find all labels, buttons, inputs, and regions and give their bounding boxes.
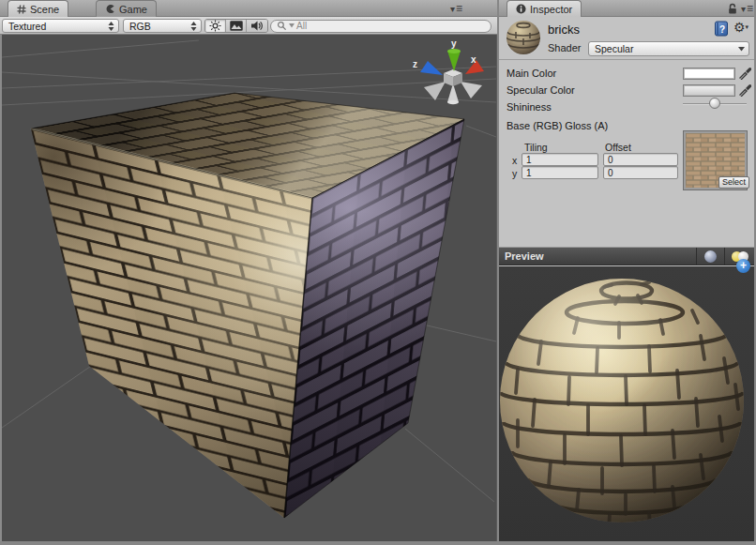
help-book-icon[interactable]: ? <box>713 21 729 37</box>
material-ball-thumbnail <box>505 19 542 56</box>
scene-toolbar: Textured RGB <box>0 17 497 35</box>
preview-title: Preview <box>499 250 696 262</box>
specular-color-label: Specular Color <box>507 84 575 96</box>
gizmo-z-label: z <box>413 59 417 69</box>
gizmo-x-label: x <box>471 54 476 65</box>
scene-search-input[interactable]: All <box>270 20 491 33</box>
dropdown-caret-icon <box>738 47 745 52</box>
eyedropper-icon[interactable] <box>738 67 751 80</box>
material-header: bricks Shader Specular ? ⚙▾ <box>499 17 754 60</box>
gear-menu-icon[interactable]: ⚙▾ <box>733 20 748 35</box>
menu-caret: ▾ <box>746 23 749 30</box>
inspector-panel-menu-icon[interactable]: ▾≡ <box>741 2 754 15</box>
lock-icon[interactable] <box>727 3 738 15</box>
sphere-icon <box>704 250 717 263</box>
tiling-y-input[interactable] <box>522 166 598 179</box>
info-icon <box>516 4 526 14</box>
main-color-label: Main Color <box>507 68 556 79</box>
render-mode-value: Textured <box>8 21 108 32</box>
color-mode-value: RGB <box>129 21 190 32</box>
render-mode-dropdown[interactable]: Textured <box>2 19 119 33</box>
color-mode-dropdown[interactable]: RGB <box>123 19 202 33</box>
scene-3d-view: y z x <box>2 35 496 541</box>
specular-color-swatch[interactable] <box>683 84 735 97</box>
search-placeholder: All <box>296 21 307 31</box>
scene-toggle-group <box>204 19 268 33</box>
scene-panel-menu-icon[interactable]: ▾≡ <box>450 2 463 15</box>
preview-mesh-button[interactable] <box>696 248 724 265</box>
preview-header[interactable]: Preview <box>499 247 754 265</box>
shininess-slider-thumb[interactable] <box>709 98 720 109</box>
shader-dropdown[interactable]: Specular <box>588 41 749 56</box>
tiling-x-input[interactable] <box>522 153 598 166</box>
gizmo-z-cone[interactable] <box>420 61 443 75</box>
tiling-header: Tiling <box>524 142 548 153</box>
add-button[interactable]: + <box>736 259 750 273</box>
offset-x-input[interactable] <box>603 153 678 166</box>
sun-icon <box>209 20 221 32</box>
game-view-icon <box>105 4 115 14</box>
audio-toggle-button[interactable] <box>247 20 267 32</box>
grid-icon <box>17 5 26 14</box>
main-color-swatch[interactable] <box>683 68 735 80</box>
lighting-toggle-button[interactable] <box>205 20 226 32</box>
updown-caret-icon <box>108 22 114 31</box>
scene-viewport[interactable]: y z x <box>0 35 497 541</box>
tab-inspector-label: Inspector <box>530 4 572 15</box>
orientation-gizmo[interactable]: y z x <box>413 38 484 104</box>
scene-panel: Scene Game ▾≡ Textured RGB <box>0 0 497 541</box>
texture-select-button[interactable]: Select <box>718 176 749 189</box>
tab-scene-label: Scene <box>30 4 59 15</box>
tiling-row-x-label: x <box>512 155 517 166</box>
shininess-slider[interactable] <box>499 98 754 111</box>
inspector-tabstrip: Inspector ▾≡ <box>499 0 754 17</box>
eyedropper-icon[interactable] <box>738 83 751 97</box>
shader-value: Specular <box>595 43 738 54</box>
gizmo-y-label: y <box>451 38 457 49</box>
tab-scene[interactable]: Scene <box>8 0 68 17</box>
search-filter-caret-icon <box>289 23 295 28</box>
tab-inspector[interactable]: Inspector <box>507 0 582 17</box>
base-texture-label: Base (RGB) Gloss (A) <box>507 120 608 131</box>
menu-lines: ≡ <box>747 2 754 15</box>
gear-icon: ⚙ <box>733 20 746 35</box>
offset-header: Offset <box>605 142 631 153</box>
inspector-panel: Inspector ▾≡ <box>499 0 754 541</box>
updown-caret-icon <box>190 22 197 31</box>
tab-game-label: Game <box>119 4 147 15</box>
search-icon <box>277 21 287 31</box>
preview-sphere <box>499 266 754 541</box>
material-name: bricks <box>548 23 580 37</box>
scene-tabstrip: Scene Game ▾≡ <box>0 0 497 17</box>
tiling-row-y-label: y <box>512 168 517 179</box>
menu-lines: ≡ <box>456 2 463 15</box>
svg-text:?: ? <box>719 24 725 35</box>
tab-game[interactable]: Game <box>96 0 157 17</box>
speaker-icon <box>250 20 264 32</box>
offset-y-input[interactable] <box>603 166 678 179</box>
skybox-toggle-button[interactable] <box>226 20 247 32</box>
preview-area[interactable] <box>499 266 754 541</box>
image-icon <box>230 21 243 31</box>
shader-label: Shader <box>548 42 581 53</box>
brick-cube <box>31 93 464 518</box>
